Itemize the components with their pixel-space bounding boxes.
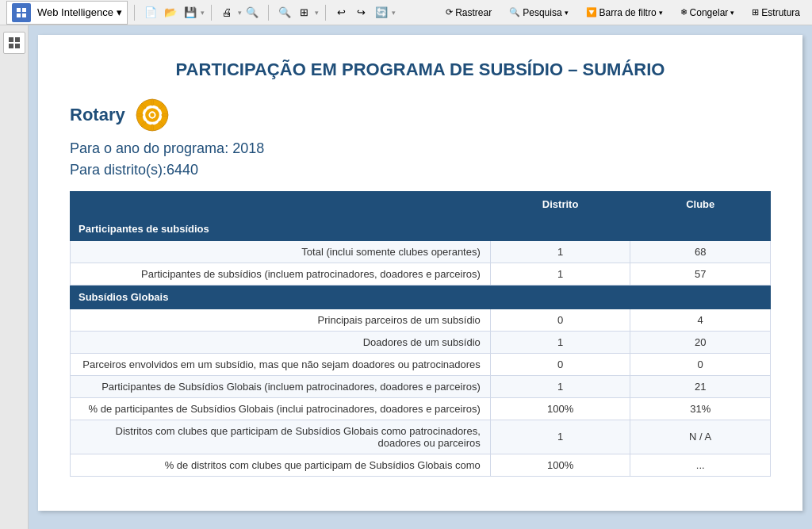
table-body: Participantes de subsídiosTotal (inclui … xyxy=(71,217,771,476)
table-row: Total (inclui somente clubes operantes)1… xyxy=(71,240,771,263)
table-header-row: Distrito Clube xyxy=(71,191,771,217)
row-label: Participantes de subsídios (incluem patr… xyxy=(71,263,491,285)
district-label: Para distrito(s):6440 xyxy=(70,162,771,178)
rastrear-label: Rastrear xyxy=(455,7,492,18)
main-content-area: PARTICIPAÇÃO EM PROGRAMA DE SUBSÍDIO – S… xyxy=(29,25,812,529)
row-label: % de participantes de Subsídios Globais … xyxy=(71,397,491,420)
main-data-table: Distrito Clube Participantes de subsídio… xyxy=(70,191,771,477)
refresh-button[interactable]: 🔄 xyxy=(372,3,391,22)
svg-rect-14 xyxy=(136,113,143,116)
svg-rect-15 xyxy=(162,113,168,116)
redo-button[interactable]: ↪ xyxy=(352,3,371,22)
row-label: Total (inclui somente clubes operantes) xyxy=(71,240,491,263)
row-clube: 4 xyxy=(630,309,771,331)
row-distrito: 0 xyxy=(490,353,630,375)
app-icon xyxy=(12,3,31,22)
row-clube: 68 xyxy=(630,240,771,263)
rastrear-button[interactable]: ⟳ Rastrear xyxy=(440,5,497,21)
undo-button[interactable]: ↩ xyxy=(332,3,351,22)
layout-button[interactable]: ⊞ xyxy=(295,3,314,22)
table-row: Doadores de um subsídio120 xyxy=(71,331,771,353)
col-header-empty xyxy=(71,191,491,217)
zoom-button[interactable]: 🔍 xyxy=(275,3,294,22)
print-dropdown[interactable]: ▾ xyxy=(238,9,242,17)
svg-rect-5 xyxy=(15,37,20,42)
table-section-header-1: Subsídios Globais xyxy=(71,285,771,309)
pesquisa-arrow: ▾ xyxy=(565,9,569,17)
rotary-wheel-icon xyxy=(135,98,170,132)
toolbar-view-group: 🔍 ⊞ ▾ xyxy=(275,3,319,22)
row-clube: ... xyxy=(630,454,771,476)
row-clube: 0 xyxy=(630,353,771,375)
row-clube: N / A xyxy=(630,420,771,454)
layout-dropdown[interactable]: ▾ xyxy=(315,9,319,17)
table-section-header-0: Participantes de subsídios xyxy=(71,217,771,240)
col-header-distrito: Distrito xyxy=(490,191,630,217)
left-panel-button-1[interactable] xyxy=(3,32,25,54)
rotary-brand-text: Rotary xyxy=(70,105,125,125)
row-label: Distritos com clubes que participam de S… xyxy=(71,420,491,454)
toolbar-nav-group: ↩ ↪ 🔄 ▾ xyxy=(332,3,396,22)
barra-filtro-arrow: ▾ xyxy=(659,9,663,17)
row-clube: 21 xyxy=(630,375,771,397)
app-menu-arrow: ▾ xyxy=(117,6,122,18)
row-label: Parceiros envolvidos em um subsídio, mas… xyxy=(71,353,491,375)
left-panel xyxy=(0,25,29,529)
row-clube: 31% xyxy=(630,397,771,420)
svg-rect-7 xyxy=(15,44,20,48)
row-distrito: 1 xyxy=(490,263,630,285)
open-button[interactable]: 📂 xyxy=(161,3,180,22)
section-title-1: Subsídios Globais xyxy=(71,285,771,309)
print-button[interactable]: 🖨 xyxy=(218,3,237,22)
row-distrito: 1 xyxy=(490,375,630,397)
toolbar-separator-4 xyxy=(325,5,326,21)
row-clube: 57 xyxy=(630,263,771,285)
save-button[interactable]: 💾 xyxy=(181,3,200,22)
toolbar-separator-1 xyxy=(134,5,135,21)
svg-rect-6 xyxy=(9,44,13,48)
svg-rect-3 xyxy=(22,13,26,17)
find-button[interactable]: 🔍 xyxy=(243,3,262,22)
toolbar-right-group: ⟳ Rastrear 🔍 Pesquisa ▾ 🔽 Barra de filtr… xyxy=(440,5,806,21)
table-row: % de participantes de Subsídios Globais … xyxy=(71,397,771,420)
barra-filtro-label: Barra de filtro xyxy=(599,7,657,18)
row-clube: 20 xyxy=(630,331,771,353)
app-label: Web Intelligence xyxy=(37,6,113,18)
barra-filtro-button[interactable]: 🔽 Barra de filtro ▾ xyxy=(580,5,668,21)
svg-rect-2 xyxy=(17,13,21,17)
row-distrito: 0 xyxy=(490,309,630,331)
toolbar-print-group: 🖨 ▾ 🔍 xyxy=(218,3,262,22)
congelar-arrow: ▾ xyxy=(730,9,734,17)
svg-point-21 xyxy=(150,113,154,117)
app-menu[interactable]: Web Intelligence ▾ xyxy=(6,1,128,25)
toolbar: Web Intelligence ▾ 📄 📂 💾 ▾ 🖨 ▾ 🔍 🔍 ⊞ ▾ ↩… xyxy=(0,0,812,25)
table-row: Distritos com clubes que participam de S… xyxy=(71,420,771,454)
toolbar-separator-3 xyxy=(268,5,269,21)
refresh-dropdown[interactable]: ▾ xyxy=(392,9,396,17)
pesquisa-button[interactable]: 🔍 Pesquisa ▾ xyxy=(504,5,573,21)
estrutura-button[interactable]: ⊞ Estrutura xyxy=(746,5,806,21)
toolbar-file-group: 📄 📂 💾 ▾ xyxy=(141,3,205,22)
pesquisa-label: Pesquisa xyxy=(523,7,561,18)
row-distrito: 100% xyxy=(490,397,630,420)
svg-rect-4 xyxy=(9,37,13,42)
save-dropdown[interactable]: ▾ xyxy=(201,9,205,17)
row-label: Principais parceiros de um subsídio xyxy=(71,309,491,331)
svg-rect-13 xyxy=(151,124,153,130)
svg-rect-12 xyxy=(151,99,153,105)
congelar-button[interactable]: ❄ Congelar ▾ xyxy=(675,5,741,21)
row-distrito: 100% xyxy=(490,454,630,476)
new-button[interactable]: 📄 xyxy=(141,3,160,22)
rotary-header: Rotary xyxy=(70,98,771,132)
report-title: PARTICIPAÇÃO EM PROGRAMA DE SUBSÍDIO – S… xyxy=(70,59,771,82)
estrutura-label: Estrutura xyxy=(761,7,800,18)
congelar-label: Congelar xyxy=(690,7,729,18)
table-row: Principais parceiros de um subsídio04 xyxy=(71,309,771,331)
table-row: % de distritos com clubes que participam… xyxy=(71,454,771,476)
svg-rect-1 xyxy=(22,8,26,12)
row-distrito: 1 xyxy=(490,240,630,263)
table-row: Participantes de Subsídios Globais (incl… xyxy=(71,375,771,397)
table-row: Participantes de subsídios (incluem patr… xyxy=(71,263,771,285)
row-label: Participantes de Subsídios Globais (incl… xyxy=(71,375,491,397)
row-label: % de distritos com clubes que participam… xyxy=(71,454,491,476)
